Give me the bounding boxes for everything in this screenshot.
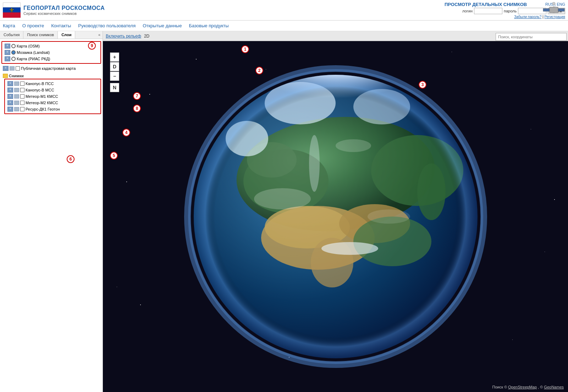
layer-label-kpss: Канопус-В ПСС [26,82,54,86]
layer-icon2-kpss [14,82,19,86]
layer-icon2-m1 [14,94,19,99]
layer-icon2-dk1 [14,107,19,111]
globe-container [103,41,568,392]
svg-rect-1 [543,9,550,11]
layer-kanopus-mss[interactable]: ≡ Канопус-В МСС [6,87,99,93]
header: ⚜ ГЕОПОРТАЛ РОСКОСМОСА Сервис космически… [0,0,568,21]
attribution-text: Поиск © [492,385,508,389]
map-area[interactable]: Включить рельеф 2D [103,31,568,392]
map-search [496,31,568,41]
radio-landsat[interactable] [11,50,16,55]
attribution: Поиск © OpenStreepMap , © GeoNames [492,385,564,389]
layer-osm[interactable]: ≡ Карта (OSM) [3,43,99,49]
layer-icon-dk1: ≡ [7,107,13,112]
layer-label-m2: Метеор-М2 КМСС [26,101,58,105]
zoom-in-button[interactable]: + [110,52,119,62]
nav-products[interactable]: Базовые продукты [189,23,228,28]
sidebar-tabs: События Поиск снимков Слои « [0,31,103,39]
checkbox-dk1[interactable] [20,107,24,111]
layer-label-rias: Карта (РИАС РКД) [17,57,50,61]
layer-label-dk1: Ресурс-ДК1 Геотон [26,107,60,111]
logo-title: ГЕОПОРТАЛ РОСКОСМОСА [23,5,105,11]
base-layers-group: ≡ Карта (OSM) ≡ Мозаика (Landsat) ≡ Карт… [1,41,101,64]
layer-kanopus-pss[interactable]: ≡ Канопус-В ПСС [6,80,99,87]
layer-label-cadastral: Публичная кадастровая карта [21,66,76,71]
snapshots-group-label: Снимки [1,73,101,79]
layer-resurs-dk1[interactable]: ≡ Ресурс-ДК1 Геотон [6,106,99,112]
layer-icon-osm: ≡ [5,44,10,49]
checkbox-kpss[interactable] [20,82,24,86]
layer-icon-kmss: ≡ [7,88,13,93]
map-search-input[interactable] [496,33,567,41]
nav-opendata[interactable]: Открытые данные [143,23,182,28]
layer-icon2-cadastral [10,66,15,71]
logo-area: ⚜ ГЕОПОРТАЛ РОСКОСМОСА Сервис космически… [3,2,105,18]
layer-icon2-kmss [14,88,19,92]
enable-relief-button[interactable]: Включить рельеф [106,34,141,39]
zoom-d-button[interactable]: D [110,62,119,71]
login-label: логин [462,9,473,13]
layer-icon2-m2 [14,101,19,105]
layer-label-landsat: Мозаика (Landsat) [17,50,50,55]
nav-guide[interactable]: Руководство пользователя [78,23,136,28]
satellite-decoration [540,0,568,19]
svg-rect-2 [557,9,564,11]
geonames-link[interactable]: GeoNames [544,385,564,389]
sidebar-content: ≡ Карта (OSM) ≡ Мозаика (Landsat) ≡ Карт… [0,39,103,392]
openstreetmap-link[interactable]: OpenStreepMap [508,385,537,389]
snapshots-layers-group: ≡ Канопус-В ПСС ≡ Канопус-В МСС ≡ Метеор… [4,79,101,114]
login-input[interactable] [474,8,502,14]
sidebar-collapse-btn[interactable]: « [96,31,103,39]
sidebar: События Поиск снимков Слои « ≡ Карта (OS… [0,31,103,392]
north-button[interactable]: N [110,83,119,92]
checkbox-m1[interactable] [20,94,24,99]
forgot-password-link[interactable]: Забыли пароль? [514,15,541,19]
checkbox-m2[interactable] [20,101,24,105]
logo-text: ГЕОПОРТАЛ РОСКОСМОСА Сервис космических … [23,5,105,16]
checkbox-cadastral[interactable] [16,66,20,71]
svg-point-4 [552,2,555,5]
layer-landsat[interactable]: ≡ Мозаика (Landsat) [3,49,99,56]
viewer-title: ПРОСМОТР ДЕТАЛЬНЫХ СНИМКОВ [445,2,542,7]
attribution-sep: , © [538,385,544,389]
view-2d-label[interactable]: 2D [144,34,149,39]
logo-subtitle: Сервис космических снимков [23,11,105,16]
layer-icon-rias: ≡ [5,56,10,61]
map-controls: + D − N [110,52,119,92]
nav-map[interactable]: Карта [3,23,15,28]
layer-icon-landsat: ≡ [5,50,10,55]
layer-label-m1: Метеор-М1 КМСС [26,94,58,99]
globe-svg[interactable] [176,57,495,376]
layer-icon-m1: ≡ [7,94,13,99]
tab-events[interactable]: События [0,31,23,39]
nav-about[interactable]: О проекте [22,23,44,28]
radio-rias[interactable] [11,57,16,61]
layer-icon-kpss: ≡ [7,81,13,86]
radio-osm[interactable] [11,44,16,48]
password-label: пароль [504,9,517,13]
layer-label-kmss: Канопус-В МСС [26,88,54,92]
zoom-out-button[interactable]: − [110,72,119,81]
layer-label-osm: Карта (OSM) [17,44,40,48]
main: События Поиск снимков Слои « ≡ Карта (OS… [0,31,568,392]
folder-snapshots-icon [3,74,8,78]
nav-contacts[interactable]: Контакты [51,23,71,28]
layer-cadastral[interactable]: ≡ Публичная кадастровая карта [1,65,101,72]
layer-icon-m2: ≡ [7,100,13,105]
tab-layers[interactable]: Слои [58,31,75,39]
navbar: Карта О проекте Контакты Руководство пол… [0,21,568,31]
layer-icon-cadastral: ≡ [3,66,9,71]
svg-point-30 [194,75,478,358]
layer-meteor-m1[interactable]: ≡ Метеор-М1 КМСС [6,93,99,100]
svg-rect-3 [550,7,558,13]
tab-search-images[interactable]: Поиск снимков [23,31,58,39]
layer-meteor-m2[interactable]: ≡ Метеор-М2 КМСС [6,100,99,106]
checkbox-kmss[interactable] [20,88,24,92]
layer-rias[interactable]: ≡ Карта (РИАС РКД) [3,56,99,62]
